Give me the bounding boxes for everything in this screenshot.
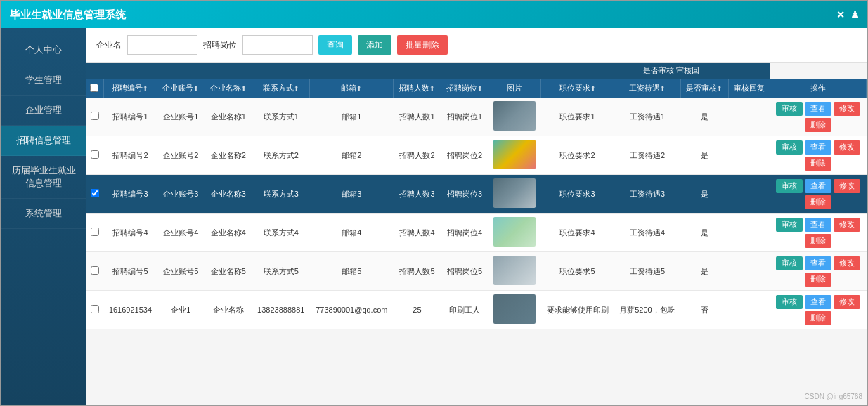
edit-button[interactable]: 修改 xyxy=(834,218,860,232)
edit-button[interactable]: 修改 xyxy=(834,140,860,155)
th-empty2 xyxy=(157,63,614,79)
delete-button[interactable]: 删除 xyxy=(805,273,831,287)
audit-button[interactable]: 审核 xyxy=(776,140,803,155)
row-count: 招聘人数2 xyxy=(394,136,441,175)
delete-button[interactable]: 删除 xyxy=(805,157,831,171)
row-recruit-no: 1616921534 xyxy=(103,291,157,329)
row-req: 职位要求1 xyxy=(541,98,614,136)
th-count: 招聘人数⬆ xyxy=(394,79,441,98)
row-approved: 否 xyxy=(681,291,729,329)
row-email: 邮箱3 xyxy=(310,175,394,214)
title-icons: ✕ ♟ xyxy=(836,9,860,20)
row-checkbox[interactable] xyxy=(86,291,103,329)
row-email: 邮箱4 xyxy=(310,214,394,252)
row-approved: 是 xyxy=(681,252,729,291)
row-recruit-no: 招聘编号5 xyxy=(103,252,157,291)
title-bar: 毕业生就业信息管理系统 ✕ ♟ xyxy=(1,1,867,28)
recruit-position-input[interactable] xyxy=(242,35,313,55)
row-checkbox[interactable] xyxy=(86,214,103,252)
row-image xyxy=(488,252,541,291)
row-count: 招聘人数3 xyxy=(394,175,441,214)
row-req: 职位要求5 xyxy=(541,252,614,291)
row-count: 25 xyxy=(394,291,441,329)
row-reply xyxy=(728,98,770,136)
sidebar-item-system[interactable]: 系统管理 xyxy=(1,199,86,229)
th-company: 企业名称⬆ xyxy=(205,79,252,98)
audit-button[interactable]: 审核 xyxy=(776,179,803,193)
edit-button[interactable]: 修改 xyxy=(834,179,860,193)
row-company: 企业名称5 xyxy=(205,252,252,291)
delete-button[interactable]: 删除 xyxy=(805,234,831,248)
delete-button[interactable]: 删除 xyxy=(805,118,831,132)
th-salary: 工资待遇⬆ xyxy=(614,79,680,98)
row-recruit-no: 招聘编号2 xyxy=(103,136,157,175)
row-checkbox[interactable] xyxy=(86,136,103,175)
th-action: 操作 xyxy=(770,79,866,98)
audit-button[interactable]: 审核 xyxy=(776,218,803,232)
row-company: 企业名称1 xyxy=(205,98,252,136)
table-row: 招聘编号3 企业账号3 企业名称3 联系方式3 邮箱3 招聘人数3 招聘岗位3 … xyxy=(86,175,867,214)
row-actions: 审核 查看 修改 删除 xyxy=(770,291,866,329)
edit-button[interactable]: 修改 xyxy=(834,102,860,116)
sidebar-item-students[interactable]: 学生管理 xyxy=(1,65,86,96)
user-icon[interactable]: ♟ xyxy=(850,9,860,20)
view-button[interactable]: 查看 xyxy=(805,295,831,309)
row-email: 邮箱2 xyxy=(310,136,394,175)
row-salary: 工资待遇5 xyxy=(614,252,680,291)
delete-button[interactable]: 删除 xyxy=(805,311,831,325)
batch-delete-button[interactable]: 批量删除 xyxy=(397,35,448,55)
row-contact: 联系方式4 xyxy=(252,214,310,252)
company-name-label: 企业名 xyxy=(96,39,122,51)
sidebar-item-recruitment[interactable]: 招聘信息管理 xyxy=(1,126,86,156)
add-button[interactable]: 添加 xyxy=(358,35,391,55)
delete-button[interactable]: 删除 xyxy=(805,195,831,209)
th-recruit-no: 招聘编号⬆ xyxy=(103,79,157,98)
row-checkbox[interactable] xyxy=(86,98,103,136)
row-account: 企业账号4 xyxy=(157,214,205,252)
row-approved: 是 xyxy=(681,214,729,252)
th-image: 图片 xyxy=(488,79,541,98)
recruit-position-label: 招聘岗位 xyxy=(203,39,237,51)
select-all-checkbox[interactable] xyxy=(90,84,98,92)
close-icon[interactable]: ✕ xyxy=(836,9,845,20)
row-contact: 联系方式1 xyxy=(252,98,310,136)
table-row: 招聘编号2 企业账号2 企业名称2 联系方式2 邮箱2 招聘人数2 招聘岗位2 … xyxy=(86,136,867,175)
sidebar-item-personal[interactable]: 个人中心 xyxy=(1,35,86,65)
edit-button[interactable]: 修改 xyxy=(834,256,860,270)
audit-button[interactable]: 审核 xyxy=(776,295,803,309)
row-position: 招聘岗位2 xyxy=(441,136,488,175)
row-checkbox[interactable] xyxy=(86,175,103,214)
row-req: 职位要求2 xyxy=(541,136,614,175)
row-email: 邮箱5 xyxy=(310,252,394,291)
row-reply xyxy=(728,214,770,252)
row-salary: 月薪5200，包吃 xyxy=(614,291,680,329)
view-button[interactable]: 查看 xyxy=(805,218,831,232)
th-req: 职位要求⬆ xyxy=(541,79,614,98)
sidebar: 个人中心 学生管理 企业管理 招聘信息管理 历届毕业生就业信息管理 系统管理 xyxy=(1,28,86,405)
view-button[interactable]: 查看 xyxy=(805,179,831,193)
th-position: 招聘岗位⬆ xyxy=(441,79,488,98)
row-image xyxy=(488,175,541,214)
row-company: 企业名称2 xyxy=(205,136,252,175)
company-name-input[interactable] xyxy=(127,35,197,55)
row-account: 企业1 xyxy=(157,291,205,329)
sidebar-item-enterprise[interactable]: 企业管理 xyxy=(1,96,86,126)
audit-button[interactable]: 审核 xyxy=(776,102,803,116)
view-button[interactable]: 查看 xyxy=(805,256,831,270)
row-company: 企业名称3 xyxy=(205,175,252,214)
row-image xyxy=(488,214,541,252)
row-approved: 是 xyxy=(681,136,729,175)
row-recruit-no: 招聘编号4 xyxy=(103,214,157,252)
sidebar-item-graduates[interactable]: 历届毕业生就业信息管理 xyxy=(1,156,86,199)
row-actions: 审核 查看 修改 删除 xyxy=(770,98,866,136)
view-button[interactable]: 查看 xyxy=(805,102,831,116)
audit-button[interactable]: 审核 xyxy=(776,256,803,270)
toolbar: 企业名 招聘岗位 查询 添加 批量删除 xyxy=(86,28,867,63)
row-actions: 审核 查看 修改 删除 xyxy=(770,136,866,175)
edit-button[interactable]: 修改 xyxy=(834,295,860,309)
view-button[interactable]: 查看 xyxy=(805,140,831,155)
app-title: 毕业生就业信息管理系统 xyxy=(10,8,126,22)
row-checkbox[interactable] xyxy=(86,252,103,291)
query-button[interactable]: 查询 xyxy=(318,35,352,55)
row-account: 企业账号2 xyxy=(157,136,205,175)
